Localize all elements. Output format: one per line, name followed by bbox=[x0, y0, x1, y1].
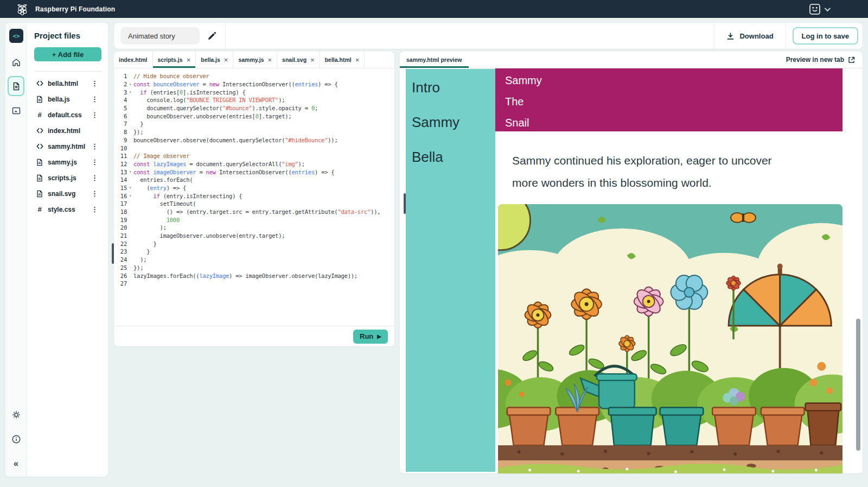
file-item-bella.js[interactable]: bella.js⋮ bbox=[5, 91, 108, 107]
collapse-sidebar-button[interactable]: « bbox=[5, 459, 27, 469]
file-name: default.css bbox=[48, 111, 82, 119]
sidebar-item-home[interactable] bbox=[5, 58, 27, 67]
editor-tab-sammy.js[interactable]: sammy.js× bbox=[233, 52, 277, 68]
code-line: 6 bounceObserver.unobserve(entries[0].ta… bbox=[114, 112, 394, 120]
divider bbox=[34, 71, 101, 72]
file-name: scripts.js bbox=[48, 174, 76, 182]
code-line: 25}); bbox=[114, 264, 394, 272]
preview-nav-sidebar: IntroSammyBella bbox=[406, 69, 495, 472]
preview-paragraph: Sammy continued his exploration, eager t… bbox=[512, 149, 800, 194]
file-name: index.html bbox=[48, 127, 80, 135]
file-name: snail.svg bbox=[48, 190, 75, 198]
code-editor-panel: index.htmlscripts.js×bella.js×sammy.js×s… bbox=[114, 52, 394, 346]
code-line: 1// Hide bounce observer bbox=[114, 72, 394, 80]
editor-tab-snail.svg[interactable]: snail.svg× bbox=[277, 52, 320, 68]
gear-icon bbox=[11, 410, 21, 420]
file-item-scripts.js[interactable]: scripts.js⋮ bbox=[5, 170, 108, 186]
settings-button[interactable] bbox=[5, 410, 27, 420]
preview-page-header: SammyTheSnail bbox=[495, 68, 843, 131]
editor-tab-bella.html[interactable]: bella.html× bbox=[320, 52, 365, 68]
file-menu-kebab-icon[interactable]: ⋮ bbox=[91, 143, 98, 150]
divider bbox=[225, 23, 226, 49]
code-file-icon bbox=[35, 79, 44, 87]
fold-chevron-icon: ▾ bbox=[127, 90, 133, 94]
info-icon bbox=[11, 434, 21, 444]
preview-nav-link-intro[interactable]: Intro bbox=[406, 70, 495, 105]
code-line: 2▾const bounceObserver = new Intersectio… bbox=[114, 80, 394, 88]
code-line: 5 document.querySelector("#bounce").styl… bbox=[114, 104, 394, 112]
code-line: 15▾ (entry) => { bbox=[114, 184, 394, 192]
pencil-icon bbox=[207, 31, 216, 41]
editor-tab-index.html[interactable]: index.html bbox=[114, 52, 153, 68]
add-file-button[interactable]: + Add file bbox=[34, 47, 101, 61]
download-icon bbox=[726, 32, 735, 40]
code-lines: 1// Hide bounce observer2▾const bounceOb… bbox=[114, 72, 394, 288]
resize-handle-files-editor[interactable] bbox=[112, 243, 114, 264]
file-item-index.html[interactable]: index.html bbox=[5, 123, 108, 138]
run-button[interactable]: Run ▶ bbox=[353, 330, 388, 344]
file-item-default.css[interactable]: #default.css⋮ bbox=[5, 107, 108, 123]
preview-tabbar: sammy.html preview Preview in new tab bbox=[400, 52, 863, 68]
preview-scrollbar-thumb[interactable] bbox=[856, 319, 860, 451]
preview-nav-link-sammy[interactable]: Sammy bbox=[406, 105, 495, 140]
file-name: bella.html bbox=[48, 80, 78, 87]
file-menu-kebab-icon[interactable]: ⋮ bbox=[91, 111, 98, 118]
file-menu-kebab-icon[interactable]: ⋮ bbox=[91, 190, 98, 197]
code-line: 16▾ if (entry.isIntersecting) { bbox=[114, 192, 394, 200]
project-name-input[interactable] bbox=[120, 27, 200, 45]
avatar-face-icon bbox=[808, 3, 821, 16]
code-line: 4 console.log("BOUNCE TRIGGER IN VIEWPOR… bbox=[114, 96, 394, 104]
file-file-icon bbox=[35, 174, 44, 182]
editor-tab-bella.js[interactable]: bella.js× bbox=[196, 52, 233, 68]
file-menu-kebab-icon[interactable]: ⋮ bbox=[91, 80, 98, 87]
file-item-sammy.html[interactable]: sammy.html⋮ bbox=[5, 138, 108, 154]
preview-heading-line: The bbox=[505, 91, 843, 112]
file-item-sammy.js[interactable]: sammy.js⋮ bbox=[5, 154, 108, 170]
resize-handle-editor-preview[interactable] bbox=[404, 193, 406, 214]
file-file-icon bbox=[35, 190, 44, 198]
close-tab-icon[interactable]: × bbox=[187, 56, 191, 64]
hash-file-icon: # bbox=[35, 111, 44, 119]
preview-scrollbar-track bbox=[843, 68, 863, 473]
account-menu-button[interactable] bbox=[808, 3, 829, 16]
fold-chevron-icon: ▾ bbox=[127, 185, 133, 190]
info-button[interactable] bbox=[5, 434, 27, 444]
file-name: sammy.html bbox=[48, 143, 85, 150]
preview-in-new-tab-button[interactable]: Preview in new tab bbox=[786, 56, 855, 64]
login-to-save-button[interactable]: Log in to save bbox=[793, 27, 858, 45]
file-list: bella.html⋮bella.js⋮#default.css⋮index.h… bbox=[5, 75, 108, 217]
code-line: 14 entries.forEach( bbox=[114, 176, 394, 184]
file-item-style.css[interactable]: #style.css⋮ bbox=[5, 201, 108, 217]
garden-illustration bbox=[498, 204, 843, 473]
file-name: style.css bbox=[48, 206, 75, 213]
code-line: 20 ); bbox=[114, 224, 394, 232]
code-line: 19 1000 bbox=[114, 216, 394, 224]
preview-nav-link-bella[interactable]: Bella bbox=[406, 140, 495, 174]
editor-tabbar: index.htmlscripts.js×bella.js×sammy.js×s… bbox=[114, 52, 394, 68]
file-item-snail.svg[interactable]: snail.svg⋮ bbox=[5, 186, 108, 201]
code-line: 27 bbox=[114, 280, 394, 288]
file-menu-kebab-icon[interactable]: ⋮ bbox=[91, 174, 98, 181]
preview-viewport: IntroSammyBella SammyTheSnail Sammy cont… bbox=[400, 68, 863, 473]
home-icon bbox=[11, 58, 21, 67]
file-menu-kebab-icon[interactable]: ⋮ bbox=[91, 206, 98, 213]
editor-tab-scripts.js[interactable]: scripts.js× bbox=[153, 52, 196, 68]
close-tab-icon[interactable]: × bbox=[310, 56, 315, 64]
file-menu-kebab-icon[interactable]: ⋮ bbox=[91, 159, 98, 166]
code-editor[interactable]: 1// Hide bounce observer2▾const bounceOb… bbox=[114, 68, 394, 326]
preview-tab[interactable]: sammy.html preview bbox=[400, 52, 469, 68]
file-name: bella.js bbox=[48, 96, 70, 103]
file-menu-kebab-icon[interactable]: ⋮ bbox=[91, 96, 98, 103]
close-tab-icon[interactable]: × bbox=[268, 56, 272, 64]
external-link-icon bbox=[848, 56, 855, 64]
fold-chevron-icon: ▾ bbox=[127, 169, 133, 174]
code-line: 23 } bbox=[114, 248, 394, 256]
close-tab-icon[interactable]: × bbox=[355, 56, 360, 64]
editor-logo-icon: <> bbox=[9, 29, 23, 43]
download-button[interactable]: Download bbox=[714, 23, 786, 49]
close-tab-icon[interactable]: × bbox=[224, 56, 228, 64]
file-item-bella.html[interactable]: bella.html⋮ bbox=[5, 75, 108, 91]
edit-project-name-button[interactable] bbox=[207, 31, 216, 41]
code-line: 18 () => (entry.target.src = entry.targe… bbox=[114, 208, 394, 216]
file-file-icon bbox=[35, 159, 44, 166]
